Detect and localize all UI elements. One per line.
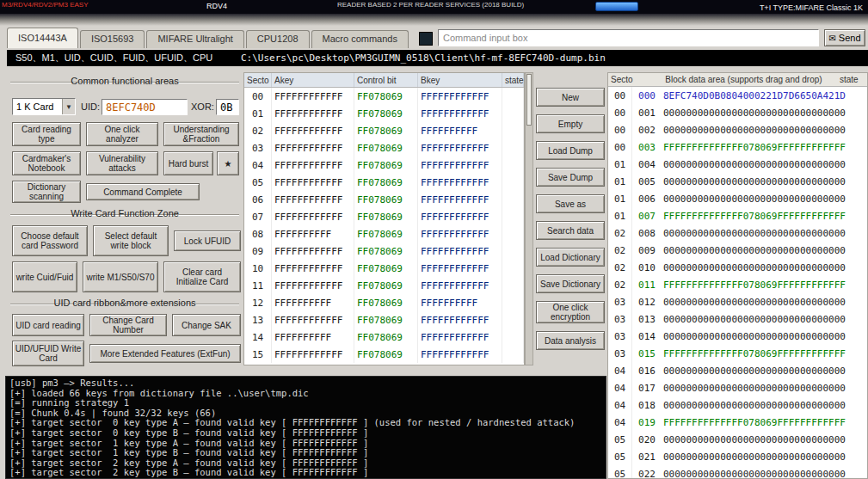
one-click-analyzer-button[interactable]: One click analyzer — [86, 122, 158, 146]
uid-card-reading-button[interactable]: UID card reading — [12, 314, 84, 336]
control-bit-value[interactable]: FF078069 — [354, 260, 418, 277]
block-row[interactable]: 0100500000000000000000000000000000000 — [608, 173, 867, 190]
block-row[interactable]: 0502000000000000000000000000000000000 — [608, 431, 867, 448]
sector-row[interactable]: 00FFFFFFFFFFFFFF078069FFFFFFFFFFFF — [244, 88, 524, 105]
block-row[interactable]: 0301400000000000000000000000000000000 — [608, 328, 867, 345]
block-data[interactable]: FFFFFFFFFFFFFF078069FFFFFFFFFFFF — [662, 345, 846, 362]
bkey-value[interactable]: FFFFFFFFFFFF — [418, 174, 502, 191]
akey-value[interactable]: FFFFFFFFFFFF — [272, 174, 354, 191]
akey-value[interactable]: FFFFFFFFFFFF — [272, 260, 354, 277]
block-data[interactable]: 00000000000000000000000000000000 — [662, 396, 846, 414]
card-reading-type-button[interactable]: Card reading type — [12, 122, 81, 146]
block-data[interactable]: 00000000000000000000000000000000 — [662, 362, 846, 379]
bkey-value[interactable]: FFFFFFFFFFFF — [418, 260, 502, 277]
block-row[interactable]: 0200800000000000000000000000000000000 — [608, 224, 867, 242]
favorite-star-button[interactable]: ★ — [217, 151, 239, 175]
block-row[interactable]: 04019FFFFFFFFFFFFFF078069FFFFFFFFFFFF — [608, 414, 867, 431]
block-data[interactable]: FFFFFFFFFFFFFF078069FFFFFFFFFFFF — [662, 207, 846, 224]
write-m1-s50-s70-button[interactable]: write M1/S50/S70 — [83, 261, 158, 292]
understanding-fraction-button[interactable]: Understanding &Fraction — [163, 122, 239, 146]
akey-value[interactable]: FFFFFFFFFFFF — [272, 139, 354, 157]
akey-value[interactable]: FFFFFFFFFF — [272, 329, 354, 346]
bkey-value[interactable]: FFFFFFFFFFFF — [418, 311, 502, 329]
select-default-write-block-button[interactable]: Select default write block — [93, 225, 169, 256]
bkey-value[interactable]: FFFFFFFFFFFF — [418, 139, 502, 157]
block-data[interactable]: FFFFFFFFFFFFFF078069FFFFFFFFFFFF — [662, 138, 846, 156]
block-row[interactable]: 0301200000000000000000000000000000000 — [608, 293, 867, 310]
block-row[interactable]: 0502200000000000000000000000000000000 — [608, 465, 867, 479]
block-row[interactable]: 0000100000000000000000000000000000000 — [608, 104, 867, 121]
block-data[interactable]: 00000000000000000000000000000000 — [662, 156, 846, 173]
block-row[interactable]: 0200900000000000000000000000000000000 — [608, 242, 867, 259]
block-row[interactable]: 0301300000000000000000000000000000000 — [608, 310, 867, 328]
control-bit-value[interactable]: FF078069 — [354, 346, 418, 363]
sector-row[interactable]: 10FFFFFFFFFFFFFF078069FFFFFFFFFFFF — [244, 260, 524, 277]
scrollbar-thumb[interactable] — [526, 74, 532, 126]
block-data[interactable]: 00000000000000000000000000000000 — [662, 242, 846, 259]
command-input[interactable] — [438, 29, 819, 46]
change-sak-button[interactable]: Change SAK — [172, 314, 241, 336]
block-row[interactable]: 01007FFFFFFFFFFFFFF078069FFFFFFFFFFFF — [608, 207, 867, 224]
save-dictionary-button[interactable]: Save Dictionary — [536, 274, 605, 293]
akey-value[interactable]: FFFFFFFFFFFF — [272, 105, 354, 122]
connect-button[interactable] — [595, 2, 638, 11]
block-row[interactable]: 0401800000000000000000000000000000000 — [608, 396, 867, 414]
uid-field[interactable]: 8EFC740D — [102, 99, 188, 115]
sector-row[interactable]: 02FFFFFFFFFFFFFF078069FFFFFFFFFF — [244, 122, 524, 139]
sector-row[interactable]: 13FFFFFFFFFFFFFF078069FFFFFFFFFFFF — [244, 311, 524, 329]
control-bit-value[interactable]: FF078069 — [354, 191, 418, 208]
bkey-value[interactable]: FFFFFFFFFFFF — [418, 346, 502, 363]
bkey-value[interactable]: FFFFFFFFFFFF — [418, 88, 502, 105]
vulnerability-attacks-button[interactable]: Vulnerability attacks — [86, 151, 158, 175]
block-data[interactable]: 00000000000000000000000000000000 — [662, 465, 846, 479]
block-data[interactable]: 00000000000000000000000000000000 — [662, 431, 846, 448]
block-row[interactable]: 000008EFC740D0B0804000221D7D6650A421D — [608, 87, 867, 104]
command-complete-button[interactable]: Command Complete — [86, 183, 200, 200]
uid-ufuid-write-card-button[interactable]: UID/UFUID Write Card — [12, 341, 84, 366]
xor-field[interactable]: 0B — [216, 99, 239, 115]
control-bit-value[interactable]: FF078069 — [354, 311, 418, 329]
tab-mifare-ultralight[interactable]: MIFARE Ultralight — [146, 30, 243, 48]
block-data[interactable]: 00000000000000000000000000000000 — [662, 190, 846, 207]
sector-row[interactable]: 05FFFFFFFFFFFFFF078069FFFFFFFFFFFF — [244, 174, 524, 191]
block-data[interactable]: 00000000000000000000000000000000 — [662, 259, 846, 276]
control-bit-value[interactable]: FF078069 — [354, 88, 418, 105]
block-data[interactable]: 00000000000000000000000000000000 — [662, 293, 846, 310]
block-data[interactable]: 00000000000000000000000000000000 — [662, 379, 846, 396]
akey-value[interactable]: FFFFFFFFFFFF — [272, 346, 354, 363]
akey-value[interactable]: FFFFFFFFFF — [272, 225, 354, 243]
bkey-value[interactable]: FFFFFFFFFFFF — [418, 157, 502, 174]
tab-iso14443a[interactable]: ISO14443A — [7, 28, 78, 48]
tab-macro-commands[interactable]: Macro commands — [311, 30, 409, 48]
akey-value[interactable]: FFFFFFFFFFFF — [272, 208, 354, 225]
sector-row[interactable]: 08FFFFFFFFFFFF078069FFFFFFFFFFFF — [244, 225, 524, 243]
bkey-value[interactable]: FFFFFFFFFFFF — [418, 329, 502, 346]
sector-row[interactable]: 07FFFFFFFFFFFFFF078069FFFFFFFFFFFF — [244, 208, 524, 225]
clear-card-initialize-button[interactable]: Clear card Initialize Card — [163, 261, 241, 292]
block-data[interactable]: 00000000000000000000000000000000 — [662, 173, 846, 190]
control-bit-value[interactable]: FF078069 — [354, 139, 418, 157]
data-analysis-button[interactable]: Data analysis — [536, 331, 605, 350]
command-history-icon[interactable] — [419, 32, 433, 46]
block-row[interactable]: 0100600000000000000000000000000000000 — [608, 190, 867, 207]
block-data[interactable]: 00000000000000000000000000000000 — [662, 310, 846, 328]
control-bit-value[interactable]: FF078069 — [354, 329, 418, 346]
akey-value[interactable]: FFFFFFFFFFFF — [272, 157, 354, 174]
block-data[interactable]: 00000000000000000000000000000000 — [662, 224, 846, 242]
sector-table-scrollbar[interactable] — [525, 72, 533, 365]
bkey-value[interactable]: FFFFFFFFFFFF — [418, 191, 502, 208]
bkey-value[interactable]: FFFFFFFFFF — [418, 122, 502, 139]
sector-row[interactable]: 03FFFFFFFFFFFFFF078069FFFFFFFFFFFF — [244, 139, 524, 157]
block-data[interactable]: 00000000000000000000000000000000 — [662, 104, 846, 121]
more-extended-features-button[interactable]: More Extended Features (ExtFun) — [89, 344, 241, 363]
change-card-number-button[interactable]: Change Card Number — [89, 314, 167, 336]
sector-row[interactable]: 06FFFFFFFFFFFFFF078069FFFFFFFFFFFF — [244, 191, 524, 208]
sector-row[interactable]: 09FFFFFFFFFFFFFF078069FFFFFFFFFFFF — [244, 243, 524, 260]
sector-row[interactable]: 11FFFFFFFFFFFFFF078069FFFFFFFFFFFF — [244, 277, 524, 294]
akey-value[interactable]: FFFFFFFFFFFF — [272, 191, 354, 208]
block-data[interactable]: 00000000000000000000000000000000 — [662, 121, 846, 138]
akey-value[interactable]: FFFFFFFFFFFF — [272, 88, 354, 105]
dictionary-scanning-button[interactable]: Dictionary scanning — [12, 181, 81, 203]
write-cuid-fuid-button[interactable]: write Cuid/Fuid — [12, 261, 77, 292]
sector-row[interactable]: 01FFFFFFFFFFFFFF078069FFFFFFFFFFFF — [244, 105, 524, 122]
